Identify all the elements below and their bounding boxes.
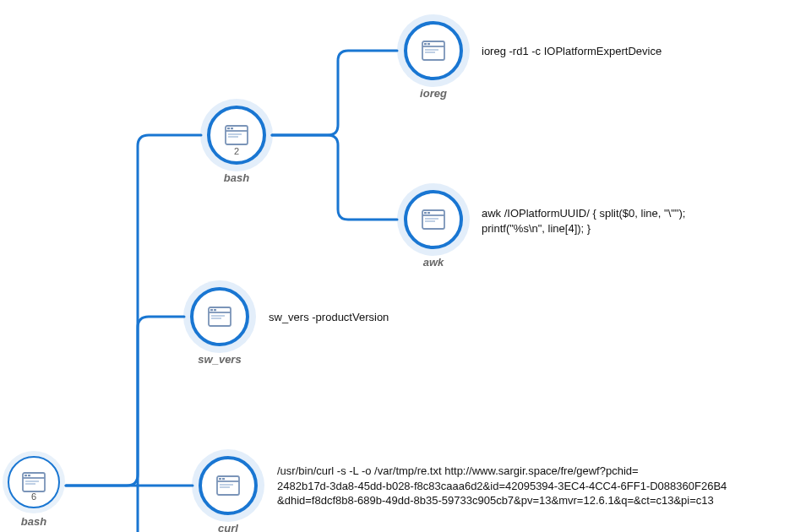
svg-rect-2 bbox=[25, 475, 27, 476]
detail-ioreg: ioreg -rd1 -c IOPlatformExpertDevice bbox=[482, 44, 662, 59]
node-awk[interactable]: awk bbox=[400, 190, 467, 269]
window-icon bbox=[216, 475, 240, 496]
svg-rect-21 bbox=[427, 212, 430, 214]
svg-rect-3 bbox=[28, 475, 30, 476]
svg-rect-33 bbox=[222, 478, 225, 480]
node-label: bash bbox=[21, 515, 46, 528]
node-curl[interactable]: curl bbox=[194, 456, 262, 532]
ring: 6 bbox=[8, 456, 60, 508]
node-label: sw_vers bbox=[198, 353, 241, 366]
node-label: ioreg bbox=[420, 87, 447, 100]
window-icon bbox=[422, 209, 445, 230]
window-icon bbox=[22, 472, 46, 492]
node-badge: 6 bbox=[31, 492, 36, 502]
edge-bashmid-ioreg bbox=[272, 51, 397, 135]
node-bash-mid[interactable]: 2 bash bbox=[203, 106, 270, 184]
window-icon bbox=[422, 41, 445, 61]
ring: 2 bbox=[207, 106, 266, 165]
edge-layer bbox=[0, 0, 795, 532]
node-label: curl bbox=[218, 522, 238, 532]
detail-curl: /usr/bin/curl -s -L -o /var/tmp/re.txt h… bbox=[277, 464, 727, 508]
ring bbox=[404, 21, 463, 80]
detail-awk: awk /IOPlatformUUID/ { split($0, line, "… bbox=[482, 206, 685, 236]
node-bash-root[interactable]: 6 bash bbox=[0, 456, 68, 528]
detail-sw-vers: sw_vers -productVersion bbox=[269, 310, 389, 325]
edge-bashroot-bashmid bbox=[66, 135, 201, 486]
svg-rect-15 bbox=[427, 43, 430, 45]
window-icon bbox=[208, 307, 231, 327]
svg-rect-20 bbox=[424, 212, 427, 214]
node-badge: 2 bbox=[234, 147, 239, 156]
window-icon bbox=[225, 125, 248, 145]
node-label: bash bbox=[224, 171, 249, 184]
edge-bashmid-awk bbox=[272, 135, 397, 220]
node-sw-vers[interactable]: sw_vers bbox=[186, 287, 253, 366]
ring bbox=[404, 190, 463, 249]
ring bbox=[190, 287, 249, 346]
svg-rect-32 bbox=[219, 478, 221, 480]
svg-rect-27 bbox=[214, 309, 216, 311]
svg-rect-8 bbox=[227, 128, 230, 129]
edge-bashroot-swvers bbox=[138, 317, 184, 486]
svg-rect-26 bbox=[210, 309, 213, 311]
svg-rect-14 bbox=[424, 43, 427, 45]
ring bbox=[199, 456, 258, 515]
node-label: awk bbox=[423, 256, 444, 269]
node-ioreg[interactable]: ioreg bbox=[400, 21, 467, 100]
svg-rect-9 bbox=[231, 128, 233, 129]
